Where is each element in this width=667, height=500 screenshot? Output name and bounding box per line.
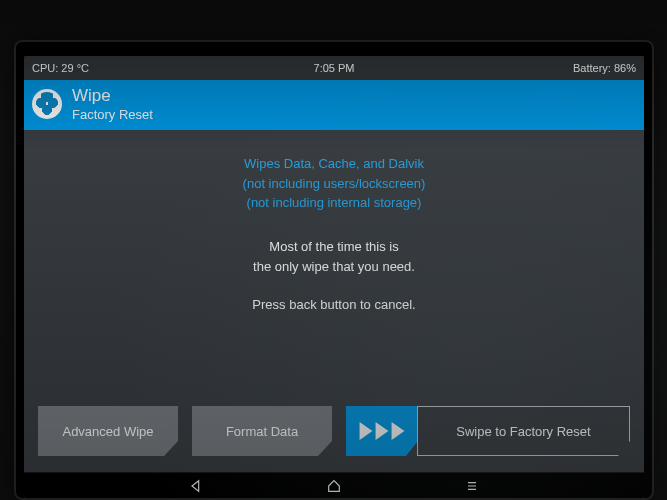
back-button[interactable] [187,477,205,495]
page-title: Wipe [72,87,153,104]
page-header: Wipe Factory Reset [24,80,644,130]
tablet-frame: CPU: 29 °C 7:05 PM Battery: 86% Wipe Fac… [14,40,654,500]
clock: 7:05 PM [24,62,644,74]
info-line: the only wipe that you need. [24,257,644,277]
battery-label: Battery: 86% [573,62,636,74]
info-line: Most of the time this is [24,237,644,257]
swipe-slider[interactable]: Swipe to Factory Reset [346,406,630,456]
info-line: Press back button to cancel. [24,295,644,315]
plain-info: Most of the time this is the only wipe t… [24,237,644,315]
status-bar: CPU: 29 °C 7:05 PM Battery: 86% [24,56,644,80]
android-navbar [24,472,644,498]
play-icon [391,422,405,440]
home-icon [326,478,342,494]
slider-track[interactable]: Swipe to Factory Reset [417,406,630,456]
back-triangle-icon [188,478,204,494]
play-icon [375,422,389,440]
slider-knob[interactable] [346,406,418,456]
cpu-temp: CPU: 29 °C [32,62,89,74]
recents-button[interactable] [463,477,481,495]
page-subtitle: Factory Reset [72,107,153,122]
twrp-logo-icon [32,89,62,119]
info-line: (not including users/lockscreen) [24,174,644,194]
format-data-button[interactable]: Format Data [192,406,332,456]
photo-surface: CPU: 29 °C 7:05 PM Battery: 86% Wipe Fac… [0,0,667,500]
button-row: Advanced Wipe Format Data Swipe to Facto… [24,406,644,464]
menu-icon [464,478,480,494]
play-icon [359,422,373,440]
button-label: Format Data [226,424,298,439]
highlight-info: Wipes Data, Cache, and Dalvik (not inclu… [24,154,644,213]
button-label: Advanced Wipe [62,424,153,439]
info-line: (not including internal storage) [24,193,644,213]
content-area: Wipes Data, Cache, and Dalvik (not inclu… [24,130,644,402]
advanced-wipe-button[interactable]: Advanced Wipe [38,406,178,456]
screen: CPU: 29 °C 7:05 PM Battery: 86% Wipe Fac… [24,56,644,498]
info-line: Wipes Data, Cache, and Dalvik [24,154,644,174]
slider-label: Swipe to Factory Reset [456,424,590,439]
home-button[interactable] [325,477,343,495]
header-text: Wipe Factory Reset [72,87,153,122]
